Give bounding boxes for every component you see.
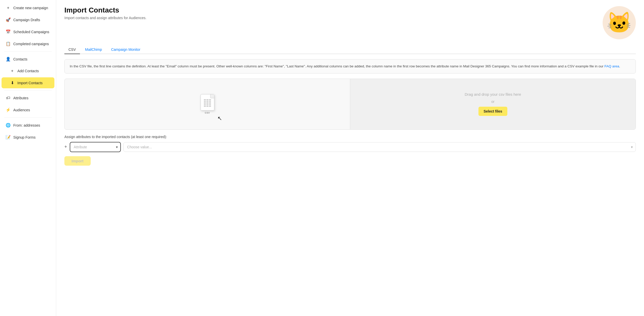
attribute-dropdown[interactable]: Attribute Email First Name Last Name: [70, 142, 121, 152]
person-icon: 👤: [6, 57, 11, 62]
sidebar-item-label: From: addresses: [13, 123, 40, 127]
attribute-row: + Attribute Email First Name Last Name ▾…: [64, 142, 636, 152]
sidebar-item-label: Create new campaign: [13, 6, 48, 10]
audience-icon: ⚡: [6, 107, 11, 112]
divider: [4, 90, 52, 91]
page-header-left: Import Contacts Import contacts and assi…: [64, 6, 146, 20]
tab-campaign-monitor[interactable]: Campaign Monitor: [107, 45, 144, 54]
sidebar-item-scheduled-campaigns[interactable]: 📅 Scheduled Campaigns: [2, 26, 54, 37]
sidebar-item-import-contacts[interactable]: ⬇ Import Contacts: [2, 77, 54, 88]
sidebar-item-add-contacts[interactable]: + Add Contacts: [2, 66, 54, 76]
sidebar-item-label: Audiences: [13, 108, 30, 112]
assign-label: Assign attributes to the imported contac…: [64, 135, 636, 139]
csv-file-icon: [201, 94, 214, 111]
page-header: Import Contacts Import contacts and assi…: [64, 6, 636, 39]
sidebar: + Create new campaign 🚀 Campaign Drafts …: [0, 0, 56, 316]
value-dropdown[interactable]: Choose value...: [123, 142, 636, 152]
form-icon: 📝: [6, 135, 11, 140]
divider: [4, 51, 52, 52]
tab-csv[interactable]: CSV: [64, 45, 80, 54]
mascot-image: 🐱: [603, 6, 636, 39]
sidebar-item-audiences[interactable]: ⚡ Audiences: [2, 104, 54, 115]
value-dropdown-wrapper: Choose value... ▾: [123, 142, 636, 152]
calendar-icon: 📅: [6, 29, 11, 34]
csv-info-box: In the CSV file, the first line contains…: [64, 59, 636, 74]
rocket-icon: 🚀: [6, 17, 11, 22]
assign-attributes-section: Assign attributes to the imported contac…: [64, 135, 636, 166]
cursor-icon: ↖: [217, 115, 222, 122]
or-text: or: [491, 100, 494, 104]
divider: [4, 117, 52, 118]
import-tabs: CSV MailChimp Campaign Monitor: [64, 45, 636, 54]
add-attribute-icon[interactable]: +: [64, 144, 67, 150]
import-button[interactable]: Import: [64, 156, 91, 166]
clipboard-icon: 📋: [6, 41, 11, 46]
info-text: In the CSV file, the first line contains…: [70, 64, 604, 68]
sidebar-item-contacts[interactable]: 👤 Contacts: [2, 54, 54, 65]
sidebar-item-from-addresses[interactable]: 🌐 From: addresses: [2, 120, 54, 131]
csv-file-icon-wrapper: CSV ↖: [201, 94, 214, 114]
main-content: Import Contacts Import contacts and assi…: [56, 0, 644, 316]
sidebar-item-label: Signup Forms: [13, 135, 36, 139]
attribute-dropdown-wrapper: Attribute Email First Name Last Name ▾: [70, 142, 121, 152]
upload-dropzone[interactable]: CSV ↖ Drag and drop your csv files here …: [64, 79, 636, 130]
sidebar-item-create-campaign[interactable]: + Create new campaign: [2, 3, 54, 13]
sidebar-item-label: Completed campaigns: [13, 42, 49, 46]
plus-small-icon: +: [10, 69, 15, 73]
sidebar-item-attributes[interactable]: 🏷 Attributes: [2, 93, 54, 103]
plus-icon: +: [6, 6, 11, 10]
tab-mailchimp[interactable]: MailChimp: [81, 45, 106, 54]
sidebar-item-completed-campaigns[interactable]: 📋 Completed campaigns: [2, 38, 54, 49]
csv-file-label: CSV: [205, 112, 210, 114]
sidebar-item-label: Campaign Drafts: [13, 18, 40, 22]
select-files-button[interactable]: Select files: [478, 107, 507, 116]
drag-drop-text: Drag and drop your csv files here: [465, 92, 521, 96]
sidebar-item-label: Attributes: [13, 96, 28, 100]
tag-icon: 🏷: [6, 96, 11, 100]
sidebar-item-label: Add Contacts: [17, 69, 39, 73]
page-title: Import Contacts: [64, 6, 146, 14]
faq-link[interactable]: FAQ area: [604, 64, 619, 68]
sidebar-item-label: Contacts: [13, 57, 27, 61]
page-subtitle: Import contacts and assign attributes fo…: [64, 16, 146, 20]
csv-drag-area: CSV ↖: [70, 84, 345, 124]
sidebar-item-label: Import Contacts: [17, 81, 43, 85]
sidebar-item-signup-forms[interactable]: 📝 Signup Forms: [2, 132, 54, 143]
upload-left-panel: CSV ↖: [65, 79, 350, 129]
download-icon: ⬇: [10, 80, 15, 85]
globe-icon: 🌐: [6, 123, 11, 128]
upload-drop-panel[interactable]: Drag and drop your csv files here or Sel…: [350, 79, 636, 129]
sidebar-item-label: Scheduled Campaigns: [13, 30, 49, 34]
sidebar-item-campaign-drafts[interactable]: 🚀 Campaign Drafts: [2, 14, 54, 25]
